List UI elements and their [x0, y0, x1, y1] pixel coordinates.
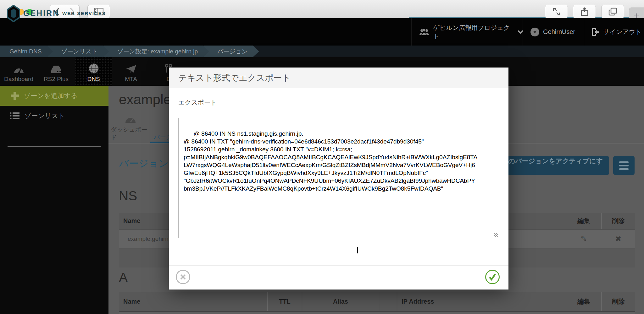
hamburger-icon [619, 161, 629, 163]
a-col-alias: Alias [302, 292, 379, 311]
share-button[interactable] [573, 5, 596, 19]
breadcrumb-zone-list[interactable]: ゾーンリスト [47, 46, 109, 57]
modal-footer [169, 265, 508, 290]
signout-label: サインアウト [603, 28, 642, 36]
fullscreen-button[interactable] [545, 5, 568, 19]
brand-suffix: WEB SERVICES [62, 11, 106, 16]
sidebar-add-zone-button[interactable]: ゾーンを追加する [0, 86, 108, 106]
breadcrumb-zone-settings[interactable]: ゾーン設定: example.gehirn.jp [103, 46, 209, 57]
share-icon [581, 7, 588, 16]
nav-item-dns[interactable]: DNS [75, 57, 112, 86]
server-icon [50, 65, 63, 74]
breadcrumb-version[interactable]: バージョン [203, 46, 259, 57]
zone-list-label: ゾーンリスト [25, 111, 65, 120]
group-icon [419, 28, 429, 36]
nav-item-rs2plus[interactable]: RS2 Plus [37, 57, 75, 86]
delete-icon[interactable]: ✖ [601, 230, 635, 248]
close-icon [180, 273, 186, 280]
text-cursor [357, 247, 358, 253]
nav-item-dashboard[interactable]: Dashboard [0, 57, 37, 86]
version-section-title: バージョン [119, 157, 169, 170]
nav-item-mta[interactable]: MTA [112, 57, 150, 86]
export-textarea[interactable]: @ 86400 IN NS ns1.staging.gis.gehirn.jp.… [178, 118, 499, 238]
a-section-heading: A [119, 270, 128, 285]
version-menu-button[interactable] [613, 156, 635, 175]
a-col-ttl: TTL [267, 292, 302, 311]
ns-col-edit: 編集 [566, 213, 601, 229]
signout-icon [591, 28, 599, 36]
tab-overview-button[interactable] [601, 5, 624, 19]
user-name: GehirnUser [543, 28, 575, 35]
list-icon [10, 112, 19, 120]
nav-item-label: MTA [125, 76, 137, 83]
a-table-header: Name TTL Alias IP Address 編集 削除 [119, 292, 635, 312]
ns-col-delete: 削除 [601, 213, 635, 229]
gauge-icon [14, 65, 24, 74]
export-label: エクスポート [178, 98, 217, 107]
ns-row-name: example.gehirn.jp [128, 230, 175, 248]
paper-plane-icon [125, 64, 137, 74]
screen: + GEHIRN WEB SERVICES ゲヒルン広報用プロジェクト Gehi… [0, 0, 644, 314]
nav-item-label: DNS [87, 76, 100, 83]
tab-label: ダッシュボード [111, 126, 150, 142]
a-col-name: Name [123, 292, 140, 311]
breadcrumb: Gehirn DNS ゾーンリスト ゾーン設定: example.gehirn.… [0, 46, 644, 57]
activate-version-button[interactable]: このバージョンをアクティブにする [502, 156, 609, 175]
sidebar-divider [8, 146, 101, 147]
resize-handle-icon[interactable] [494, 233, 498, 237]
a-col-spacer [379, 292, 397, 311]
project-name: ゲヒルン広報用プロジェクト [433, 24, 512, 41]
a-table-row-partial [119, 312, 635, 314]
modal-title: テキスト形式でエクスポート [169, 68, 508, 88]
ns-col-name: Name [123, 213, 140, 229]
globe-icon [88, 63, 99, 74]
sidebar-zone-list-item[interactable]: ゾーンリスト [0, 106, 108, 126]
a-col-ip: IP Address [397, 292, 566, 311]
signout-button[interactable]: サインアウト [584, 18, 644, 46]
modal-confirm-button[interactable] [485, 270, 500, 284]
tabs-icon [608, 8, 617, 16]
add-zone-label: ゾーンを追加する [24, 91, 77, 100]
brand-name: GEHIRN [23, 9, 59, 18]
edit-icon[interactable]: ✎ [566, 230, 601, 248]
nav-item-label: RS2 Plus [44, 76, 69, 83]
tab-dashboard[interactable]: ダッシュボード [111, 116, 150, 142]
a-col-edit: 編集 [566, 292, 601, 311]
project-selector[interactable]: ゲヒルン広報用プロジェクト [411, 18, 523, 46]
export-modal: テキスト形式でエクスポート エクスポート @ 86400 IN NS ns1.s… [169, 68, 508, 290]
gauge-icon [125, 116, 136, 123]
user-avatar [530, 28, 539, 36]
nav-item-label: Dashboard [4, 76, 33, 83]
user-menu[interactable]: GehirnUser [523, 18, 584, 46]
export-text: @ 86400 IN NS ns1.staging.gis.gehirn.jp.… [184, 130, 477, 192]
modal-cancel-button[interactable] [176, 270, 190, 284]
breadcrumb-gehirn-dns[interactable]: Gehirn DNS [0, 46, 53, 57]
plus-icon [11, 92, 19, 100]
fullscreen-icon [552, 8, 561, 16]
check-icon [488, 273, 497, 281]
ns-section-heading: NS [119, 188, 137, 203]
a-col-delete: 削除 [601, 292, 635, 311]
